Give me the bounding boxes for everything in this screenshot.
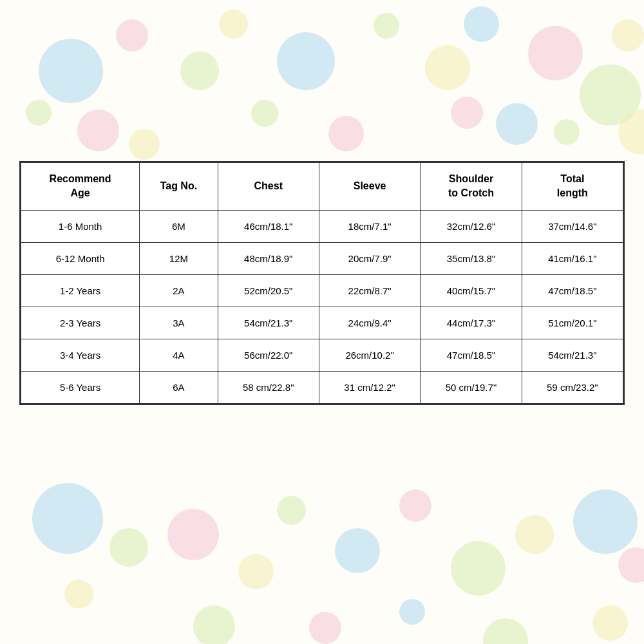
table-cell: 54cm/21.3" <box>522 339 623 371</box>
bubble <box>374 13 399 39</box>
bubble <box>451 541 506 596</box>
bubble <box>612 19 644 52</box>
table-cell: 40cm/15.7" <box>421 274 522 307</box>
table-cell: 54cm/21.3" <box>218 307 319 339</box>
bubble <box>451 97 483 129</box>
bubble <box>64 580 93 609</box>
table-cell: 48cm/18.9" <box>218 242 319 274</box>
bubble <box>335 528 380 573</box>
column-header: RecommendAge <box>21 163 140 211</box>
bubble <box>618 547 644 583</box>
table-cell: 18cm/7.1" <box>319 210 420 242</box>
table-cell: 46cm/18.1" <box>218 210 319 242</box>
table-cell: 47cm/18.5" <box>522 274 623 307</box>
bubble <box>129 129 160 160</box>
bubble <box>277 32 335 90</box>
table-row: 1-6 Month6M46cm/18.1"18cm/7.1"32cm/12.6"… <box>21 210 623 242</box>
bubble <box>167 509 219 560</box>
table-cell: 5-6 Years <box>21 371 140 403</box>
column-header: Chest <box>218 163 319 211</box>
bubble <box>483 618 528 644</box>
bubble <box>309 612 341 644</box>
bubble <box>399 489 431 522</box>
size-chart-table: RecommendAgeTag No.ChestSleeveShoulderto… <box>21 162 623 404</box>
bubble <box>219 10 248 39</box>
bubble <box>425 45 470 90</box>
table-cell: 44cm/17.3" <box>421 307 522 339</box>
bubble <box>496 103 538 145</box>
table-cell: 2A <box>140 274 218 307</box>
table-cell: 6A <box>140 371 218 403</box>
table-cell: 31 cm/12.2" <box>319 371 420 403</box>
table-cell: 37cm/14.6" <box>522 210 623 242</box>
table-cell: 1-6 Month <box>21 210 140 242</box>
column-header: Tag No. <box>140 163 218 211</box>
table-cell: 59 cm/23.2" <box>522 371 623 403</box>
table-cell: 52cm/20.5" <box>218 274 319 307</box>
table-cell: 51cm/20.1" <box>522 307 623 339</box>
bubble <box>116 19 148 52</box>
table-cell: 56cm/22.0" <box>218 339 319 371</box>
column-header: Sleeve <box>319 163 420 211</box>
table-cell: 6M <box>140 210 218 242</box>
table-row: 3-4 Years4A56cm/22.0"26cm/10.2"47cm/18.5… <box>21 339 623 371</box>
table-cell: 3A <box>140 307 218 339</box>
table-row: 1-2 Years2A52cm/20.5"22cm/8.7"40cm/15.7"… <box>21 274 623 307</box>
table-cell: 35cm/13.8" <box>421 242 522 274</box>
bubble <box>238 554 274 589</box>
table-row: 5-6 Years6A58 cm/22.8"31 cm/12.2"50 cm/1… <box>21 371 623 403</box>
bubble <box>251 100 278 127</box>
table-row: 6-12 Month12M48cm/18.9"20cm/7.9"35cm/13.… <box>21 242 623 274</box>
size-chart-wrapper: RecommendAgeTag No.ChestSleeveShoulderto… <box>19 161 625 405</box>
bubble <box>580 64 641 126</box>
bubble <box>39 39 103 103</box>
column-header: Totallength <box>522 163 623 211</box>
table-cell: 32cm/12.6" <box>421 210 522 242</box>
table-cell: 50 cm/19.7" <box>421 371 522 403</box>
bubble <box>26 100 52 126</box>
table-cell: 12M <box>140 242 218 274</box>
bubble <box>180 52 219 90</box>
table-cell: 4A <box>140 339 218 371</box>
table-cell: 6-12 Month <box>21 242 140 274</box>
bubble <box>77 109 119 151</box>
table-cell: 47cm/18.5" <box>421 339 522 371</box>
table-cell: 22cm/8.7" <box>319 274 420 307</box>
bubble <box>399 599 425 625</box>
table-cell: 20cm/7.9" <box>319 242 420 274</box>
bubble <box>592 605 628 641</box>
table-cell: 1-2 Years <box>21 274 140 307</box>
table-row: 2-3 Years3A54cm/21.3"24cm/9.4"44cm/17.3"… <box>21 307 623 339</box>
bubble <box>515 515 554 554</box>
bubble <box>193 605 235 644</box>
table-cell: 3-4 Years <box>21 339 140 371</box>
bubble <box>573 489 638 554</box>
table-cell: 41cm/16.1" <box>522 242 623 274</box>
table-cell: 26cm/10.2" <box>319 339 420 371</box>
table-cell: 24cm/9.4" <box>319 307 420 339</box>
table-cell: 58 cm/22.8" <box>218 371 319 403</box>
bubble <box>464 6 499 42</box>
bubble <box>109 528 148 567</box>
bubble <box>618 109 644 155</box>
bubble <box>528 26 583 80</box>
column-header: Shoulderto Crotch <box>421 163 522 211</box>
bubble <box>32 483 103 554</box>
bubble <box>328 116 364 151</box>
bubble <box>554 119 580 145</box>
table-cell: 2-3 Years <box>21 307 140 339</box>
bubble <box>277 496 306 525</box>
